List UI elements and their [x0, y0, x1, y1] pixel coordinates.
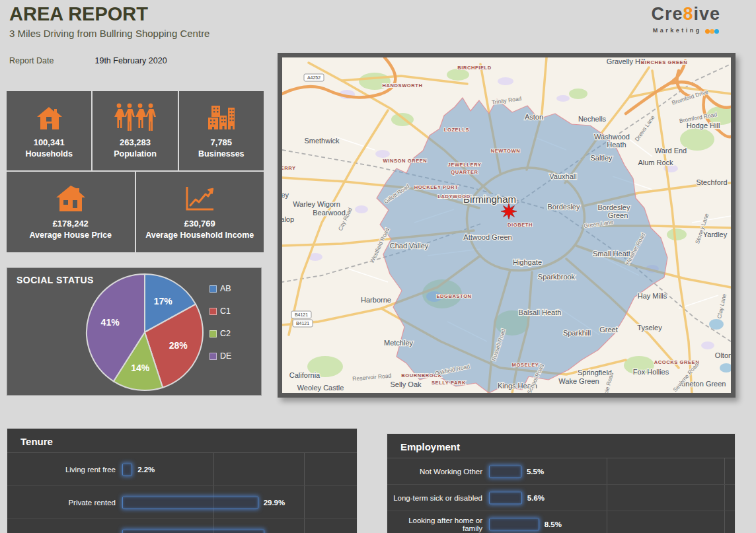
bar-row: Not Working Other5.5% [387, 458, 735, 485]
map-label: Sparkhill [563, 329, 591, 337]
stat-label: Households [25, 149, 73, 160]
report-date-row: Report Date 19th February 2020 [9, 56, 167, 65]
bar-track: 29.9% [122, 486, 345, 518]
map-label: Bordesley [598, 203, 630, 211]
svg-text:A4252: A4252 [307, 75, 321, 80]
stat-card-households: 100,341 Households [7, 91, 91, 170]
bar-row: Long-term sick or disabled5.6% [387, 485, 735, 511]
road-number-badge: B4121 [291, 311, 311, 318]
map-label: Hodge Hill [687, 122, 720, 129]
bar-track: 31.3% [122, 519, 345, 533]
bar-category-label: Long-term sick or disabled [387, 494, 489, 502]
map-label: Ward End [655, 147, 687, 155]
stat-label: Population [114, 149, 157, 160]
map-label: MOSELEY [512, 362, 539, 368]
map-label: EDGBASTON [436, 293, 471, 299]
road-number-badge: B4121 [293, 320, 313, 327]
tenure-title: Tenure [7, 429, 357, 447]
bar-track: 8.5% [489, 511, 724, 533]
stat-value: £178,242 [53, 217, 89, 231]
brand-dot-icon [710, 29, 714, 34]
map-panel: A4252B4121B4121 BirminghamGravelly HillS… [278, 53, 736, 398]
map-label: Salop [282, 215, 294, 223]
brand-dot-icon [705, 29, 710, 34]
map-label: Fox Hollies [633, 368, 669, 376]
svg-text:B4121: B4121 [295, 312, 308, 317]
employment-panel: Employment Not Working Other5.5%Long-ter… [387, 433, 736, 533]
map-label: NDERRY [282, 165, 296, 171]
stat-label: Businesses [198, 149, 244, 160]
map-label: Gravelly Hill [607, 57, 646, 65]
pie-data-label: 28% [169, 340, 188, 351]
pie-data-label: 14% [131, 363, 150, 373]
brand-tagline: Marketing [651, 24, 720, 36]
pie-data-label: 41% [101, 317, 120, 328]
pie-data-label: 17% [154, 296, 173, 306]
bar-row: Private rented29.9% [7, 486, 357, 519]
bar-category-label: Private rented [7, 499, 122, 507]
map-label: SELLY PARK [432, 380, 466, 386]
bar-category-label: Looking after home or family [387, 516, 489, 532]
stats-grid: 100,341 Households 263,283 Population [7, 91, 264, 252]
map-label: Vauxhall [549, 172, 576, 180]
bar-track: 2.2% [122, 453, 345, 485]
bar-track: 5.5% [489, 458, 724, 484]
legend-label: C1 [220, 306, 231, 316]
map-label: Nechells [578, 115, 607, 123]
map-label: Attwood Green [463, 233, 511, 241]
map-label: Stechford [696, 178, 727, 186]
stat-label: Average Household Income [145, 230, 254, 242]
bar-value-label: 29.9% [264, 499, 285, 507]
legend-item-AB: AB [209, 284, 231, 293]
map-label: Greet [599, 326, 618, 334]
map-label: Green [608, 211, 628, 219]
employment-title: Employment [387, 434, 735, 452]
road-number-badge: A4252 [304, 74, 324, 81]
stat-value: £30,769 [184, 217, 215, 231]
map-label: Yardley [703, 231, 728, 238]
bar [489, 491, 522, 504]
map-label: Saltley [590, 154, 613, 162]
map-label: HOCKLEY PORT [414, 184, 459, 190]
map-label: DIGBETH [508, 222, 533, 228]
map-label: ley [282, 191, 289, 199]
map-label: California [289, 371, 321, 379]
legend-item-C1: C1 [209, 306, 231, 316]
map-label: Heath [607, 141, 626, 149]
legend-swatch [209, 330, 217, 338]
map-label: JEWELLERY [448, 162, 482, 168]
map-label: Birmingham [463, 194, 516, 205]
stat-card-businesses: 7,785 Businesses [179, 91, 264, 170]
brand-eight: 8 [683, 4, 693, 24]
map-label: Warley Wigorn [293, 200, 340, 208]
stat-value: 100,341 [34, 136, 65, 149]
map-label: Sparkbrook [538, 273, 576, 281]
map-label: LADYWOOD [437, 194, 470, 199]
brand-pre: Cre [651, 4, 683, 24]
map-label: Hay Mills [638, 292, 667, 300]
legend-swatch [209, 353, 217, 360]
bar-value-label: 5.6% [527, 494, 545, 502]
map-image: A4252B4121B4121 BirminghamGravelly HillS… [282, 57, 731, 393]
bar-value-label: 8.5% [545, 520, 562, 528]
map-label: QUARTER [451, 169, 478, 175]
map-label: BIRCHFIELD [457, 65, 491, 71]
stat-card-population: 263,283 Population [93, 91, 177, 170]
brand-dot-icon [714, 29, 719, 34]
bar [122, 496, 258, 509]
social-status-panel: SOCIAL STATUS 17%28%14%41% ABC1C2DE [7, 267, 262, 396]
bar [489, 465, 521, 478]
map-label: Olton [715, 351, 731, 359]
tenure-panel: Tenure Living rent free2.2%Private rente… [7, 428, 358, 533]
tenure-bar-chart: Living rent free2.2%Private rented29.9%S… [7, 452, 357, 533]
map-label: Bordesley [548, 203, 580, 211]
bar-category-label: Living rent free [7, 466, 122, 474]
bar-value-label: 5.5% [527, 468, 544, 476]
map-label: Smethwick [304, 137, 340, 145]
map-label: HANDSWORTH [383, 83, 423, 89]
map-label: Aston [525, 113, 543, 121]
bar-row: Living rent free2.2% [7, 453, 357, 486]
map-label: Chad Valley [390, 242, 429, 250]
people-icon [114, 102, 156, 131]
report-date-label: Report Date [9, 56, 93, 65]
